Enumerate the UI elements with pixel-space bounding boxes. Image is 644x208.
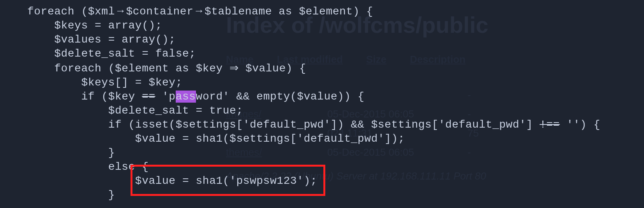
code-line: empty($value)) { bbox=[250, 91, 364, 103]
op-and: && bbox=[351, 119, 365, 131]
code-line: $value = sha1($settings['default_pwd']); bbox=[27, 133, 405, 145]
code-line: } bbox=[27, 189, 115, 201]
code-line: $settings['default_pwd'] bbox=[364, 119, 540, 131]
double-arrow-icon: ⇒ bbox=[229, 62, 239, 74]
code-line: if ($key bbox=[27, 91, 142, 103]
code-line: '') { bbox=[560, 119, 600, 131]
arrow-icon: → bbox=[115, 5, 126, 17]
annotation-highlight-box bbox=[131, 165, 325, 196]
code-line: $values = array(); bbox=[27, 34, 176, 46]
code-line: if (isset($settings['default_pwd']) bbox=[27, 119, 351, 131]
code-line: foreach ($element as $key bbox=[27, 62, 229, 75]
code-line: $tablename as $element) { bbox=[205, 5, 373, 18]
arrow-icon: → bbox=[193, 5, 205, 17]
code-line: $keys = array(); bbox=[27, 20, 162, 32]
code-line: foreach ($xml bbox=[27, 5, 115, 18]
op-and: && bbox=[236, 91, 250, 103]
code-line: $value) { bbox=[239, 62, 306, 75]
code-line: $delete_salt = false; bbox=[27, 48, 196, 60]
code-line: 'p bbox=[155, 91, 176, 103]
op-neq: !== bbox=[540, 119, 560, 131]
code-line: $container bbox=[126, 5, 193, 18]
op-eq: == bbox=[142, 91, 155, 103]
code-line: $delete_salt = true; bbox=[27, 105, 243, 117]
search-highlight: ass bbox=[176, 91, 196, 103]
code-line: } bbox=[27, 147, 115, 159]
code-line: word' bbox=[196, 91, 236, 103]
code-line: $keys[] = $key; bbox=[27, 76, 182, 89]
